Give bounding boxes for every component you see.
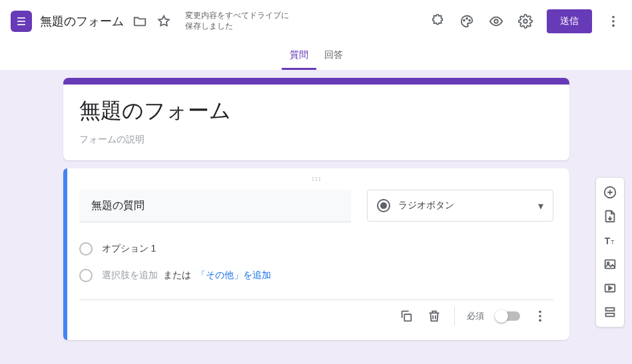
top-bar: 無題のフォーム 変更内容をすべてドライブに 保存しました 送信	[0, 0, 632, 43]
more-vert-icon[interactable]	[605, 13, 621, 29]
svg-rect-2	[17, 24, 25, 25]
svg-point-8	[612, 16, 615, 19]
svg-point-10	[612, 25, 615, 27]
svg-point-13	[319, 177, 320, 178]
copy-icon[interactable]	[398, 308, 414, 324]
question-title-input[interactable]	[90, 199, 340, 212]
svg-point-6	[494, 19, 498, 23]
forms-app-icon[interactable]	[11, 11, 32, 32]
required-label: 必須	[467, 310, 484, 322]
folder-icon[interactable]	[132, 13, 148, 29]
svg-rect-24	[605, 260, 615, 269]
tabs: 質問 回答	[0, 43, 632, 70]
svg-rect-28	[606, 313, 615, 317]
svg-point-12	[316, 177, 317, 178]
save-status-line2: 保存しました	[185, 21, 289, 32]
svg-point-16	[319, 180, 320, 181]
question-footer: 必須	[79, 299, 553, 335]
svg-point-15	[316, 180, 317, 181]
svg-point-9	[612, 20, 615, 23]
svg-text:T: T	[605, 236, 611, 246]
svg-rect-0	[17, 17, 25, 19]
save-status-line1: 変更内容をすべてドライブに	[185, 11, 289, 21]
active-accent	[63, 168, 67, 340]
radio-empty-icon	[79, 269, 93, 282]
question-type-label: ラジオボタン	[398, 200, 530, 212]
save-status: 変更内容をすべてドライブに 保存しました	[185, 11, 289, 31]
form-header-card[interactable]: 無題のフォーム フォームの説明	[63, 78, 569, 160]
svg-point-18	[539, 311, 541, 313]
trash-icon[interactable]	[426, 308, 442, 324]
add-other-button[interactable]: 「その他」を追加	[196, 270, 271, 281]
text-icon[interactable]: TT	[599, 230, 621, 251]
required-toggle[interactable]	[496, 311, 520, 321]
svg-point-14	[312, 180, 314, 181]
palette-icon[interactable]	[459, 13, 475, 29]
plus-circle-icon[interactable]	[599, 182, 621, 203]
option-label[interactable]: オプション 1	[102, 243, 157, 255]
puzzle-icon[interactable]	[430, 13, 446, 29]
top-actions: 送信	[430, 9, 621, 33]
section-icon[interactable]	[599, 301, 621, 323]
drag-handle-icon[interactable]	[63, 168, 569, 184]
side-toolbar: TT	[595, 177, 625, 327]
question-title-field[interactable]	[79, 190, 351, 222]
star-icon[interactable]	[156, 13, 172, 29]
option-row[interactable]: オプション 1	[79, 236, 553, 262]
svg-text:T: T	[611, 239, 615, 246]
svg-point-7	[523, 19, 527, 23]
send-button[interactable]: 送信	[547, 9, 592, 33]
video-icon[interactable]	[599, 277, 621, 299]
add-option-row: 選択肢を追加 または 「その他」を追加	[79, 262, 553, 289]
divider	[454, 307, 455, 325]
add-option-button[interactable]: 選択肢を追加	[102, 270, 158, 281]
gear-icon[interactable]	[517, 13, 533, 29]
svg-rect-17	[404, 314, 411, 321]
radio-empty-icon	[79, 242, 93, 256]
question-type-select[interactable]: ラジオボタン ▾	[367, 190, 553, 222]
svg-point-4	[466, 18, 468, 19]
radio-icon	[377, 199, 390, 212]
or-label: または	[163, 270, 191, 281]
svg-point-5	[469, 20, 470, 21]
svg-point-11	[312, 177, 314, 178]
image-icon[interactable]	[599, 254, 621, 275]
form-canvas: 無題のフォーム フォームの説明 ラジオボタン ▾ オプション 1	[0, 70, 632, 353]
svg-rect-27	[606, 308, 615, 311]
question-card[interactable]: ラジオボタン ▾ オプション 1 選択肢を追加 または 「その他」を追加	[63, 168, 569, 340]
form-title[interactable]: 無題のフォーム	[79, 96, 553, 126]
more-vert-icon[interactable]	[532, 308, 548, 324]
tab-responses[interactable]: 回答	[316, 43, 351, 70]
eye-icon[interactable]	[488, 13, 504, 29]
svg-point-19	[539, 315, 541, 317]
form-description[interactable]: フォームの説明	[79, 134, 553, 146]
import-icon[interactable]	[599, 206, 621, 227]
svg-point-3	[464, 20, 465, 21]
document-title[interactable]: 無題のフォーム	[40, 13, 124, 29]
tab-questions[interactable]: 質問	[282, 43, 316, 70]
svg-rect-1	[17, 21, 25, 22]
svg-point-20	[539, 319, 541, 322]
caret-down-icon: ▾	[538, 200, 543, 212]
